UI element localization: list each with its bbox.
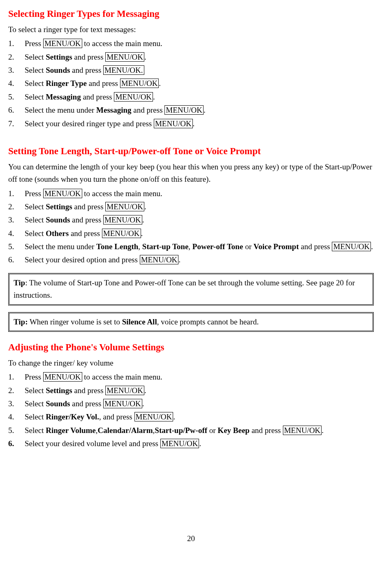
tip-box-2: Tip: When ringer volume is set to Silenc… [8, 312, 374, 332]
list-item: Select Sounds and press MENU/OK. [8, 398, 374, 410]
section-tone-length: Setting Tone Length, Start-up/Power-off … [8, 144, 374, 266]
menu-ok-button: MENU/OK [105, 52, 144, 62]
list-item: Select your desired option and press MEN… [8, 254, 374, 266]
menu-ok-button: MENU/OK [120, 79, 159, 88]
menu-ok-button: MENU/OK [103, 215, 142, 225]
list-item: Select Settings and press MENU/OK. [8, 384, 374, 397]
tip-label: Tip [14, 278, 25, 287]
list-item: Select your desired volume level and pre… [8, 438, 374, 450]
intro-1: To select a ringer type for text message… [8, 23, 374, 36]
list-2: Press MENU/OK to access the main menu. S… [8, 188, 374, 266]
tip-box-1: Tip: The volume of Start-up Tone and Pow… [8, 273, 374, 306]
menu-ok-button: MENU/OK [164, 105, 204, 115]
menu-ok-button: MENU/OK [114, 92, 153, 102]
list-item: Select Others and press MENU/OK. [8, 227, 374, 240]
heading-3: Adjusting the Phone's Volume Settings [8, 340, 374, 355]
tip-label: Tip: [14, 317, 28, 326]
menu-ok-button: MENU/OK [283, 426, 322, 435]
list-item: Select your desired ringer type and pres… [8, 118, 374, 130]
list-item: Select Sounds and press MENU/OK. [8, 64, 374, 76]
menu-ok-button: MENU/OK [43, 189, 82, 198]
list-3: Press MENU/OK to access the main menu. S… [8, 371, 374, 450]
menu-ok-button: MENU/OK [134, 412, 174, 421]
menu-ok-button: MENU/OK [102, 229, 141, 238]
list-item: Select Ringer Type and press MENU/OK. [8, 77, 374, 90]
menu-ok-button: MENU/OK [103, 399, 142, 408]
list-item: Press MENU/OK to access the main menu. [8, 188, 374, 200]
list-item: Select the menu under Tone Length, Start… [8, 241, 374, 253]
list-item: Select Settings and press MENU/OK. [8, 201, 374, 213]
heading-2: Setting Tone Length, Start-up/Power-off … [8, 144, 374, 159]
list-item: Select Sounds and press MENU/OK. [8, 214, 374, 226]
intro-2: You can determine the length of your key… [8, 161, 374, 186]
list-1: Press MENU/OK to access the main menu. S… [8, 37, 374, 130]
page-number: 20 [8, 532, 374, 545]
intro-3: To change the ringer/ key volume [8, 357, 374, 369]
menu-ok-button: MENU/OK [332, 242, 371, 251]
menu-ok-button: MENU/OK [160, 439, 199, 448]
menu-ok-button: MENU/OK [43, 39, 82, 48]
menu-ok-button: MENU/OK [154, 119, 193, 128]
list-item: Press MENU/OK to access the main menu. [8, 371, 374, 383]
list-item: Select Settings and press MENU/OK. [8, 51, 374, 63]
menu-ok-button: MENU/OK [140, 255, 179, 264]
section-ringer-messaging: Selecting Ringer Types for Messaging To … [8, 7, 374, 130]
menu-ok-button: MENU/OK [105, 386, 144, 395]
section-volume: Adjusting the Phone's Volume Settings To… [8, 340, 374, 450]
heading-1: Selecting Ringer Types for Messaging [8, 7, 374, 22]
list-item: Press MENU/OK to access the main menu. [8, 37, 374, 50]
list-item: Select the menu under Messaging and pres… [8, 104, 374, 116]
menu-ok-button: MENU/OK. [103, 65, 144, 75]
list-item: Select Ringer Volume,Calendar/Alarm,Star… [8, 424, 374, 437]
list-item: Select Ringer/Key Vol., and press MENU/O… [8, 411, 374, 423]
menu-ok-button: MENU/OK [105, 202, 144, 211]
list-item: Select Messaging and press MENU/OK. [8, 91, 374, 103]
menu-ok-button: MENU/OK [43, 372, 82, 382]
